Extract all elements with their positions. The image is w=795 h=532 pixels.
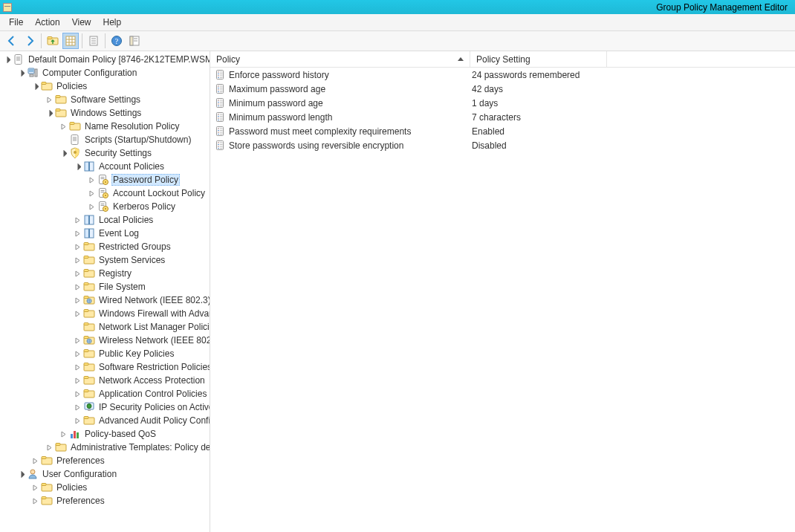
menu-view[interactable]: View <box>66 16 97 29</box>
tree-item-wireless-network[interactable]: Wireless Network (IEEE 802.11) <box>0 334 210 347</box>
expand-icon[interactable] <box>73 389 82 398</box>
tree-item-kerberos-policy[interactable]: Kerberos Policy <box>0 200 210 213</box>
folder-icon <box>83 267 95 279</box>
menu-action[interactable]: Action <box>29 16 65 29</box>
collapse-icon[interactable] <box>30 82 39 91</box>
list-row[interactable]: Store passwords using reversible encrypt… <box>210 138 795 152</box>
toolbar-separator <box>82 33 82 48</box>
expand-icon[interactable] <box>73 403 82 412</box>
collapse-icon[interactable] <box>73 162 82 171</box>
tree-item-local-policies[interactable]: Local Policies <box>0 213 210 227</box>
expand-icon[interactable] <box>30 456 39 465</box>
tree-item-label: IP Security Policies on Active D <box>97 402 210 412</box>
properties-button[interactable] <box>85 33 102 49</box>
scroll-gear-icon <box>97 201 109 213</box>
tree-item-windows-settings[interactable]: Windows Settings <box>0 106 210 120</box>
column-blank[interactable] <box>607 51 795 67</box>
expand-icon[interactable] <box>73 296 82 305</box>
tree-item-cc-policies[interactable]: Policies <box>0 80 210 93</box>
tree-item-uc-preferences[interactable]: Preferences <box>0 494 210 507</box>
tree-item-system-services[interactable]: System Services <box>0 253 210 267</box>
help-button[interactable] <box>108 33 125 49</box>
tree-item-cc-preferences[interactable]: Preferences <box>0 454 210 467</box>
tree-item-label: Policy-based QoS <box>83 429 158 439</box>
expand-icon[interactable] <box>87 189 96 198</box>
tree-item-account-policies[interactable]: Account Policies <box>0 160 210 173</box>
tree-item-security-settings[interactable]: Security Settings <box>0 146 210 160</box>
tree-item-public-key-policies[interactable]: Public Key Policies <box>0 347 210 360</box>
folder-icon <box>83 241 95 253</box>
tree-item-network-list-manager[interactable]: Network List Manager Policies <box>0 320 210 334</box>
forward-button[interactable] <box>22 33 38 49</box>
expand-icon[interactable] <box>45 95 53 104</box>
tree-item-registry[interactable]: Registry <box>0 267 210 280</box>
tree-item-uc-policies[interactable]: Policies <box>0 481 210 494</box>
tree-item-administrative-templates[interactable]: Administrative Templates: Policy defin <box>0 441 210 454</box>
collapse-icon[interactable] <box>2 55 11 64</box>
expand-icon[interactable] <box>73 229 82 238</box>
column-setting-label: Policy Setting <box>476 54 530 65</box>
expand-icon[interactable] <box>73 336 82 345</box>
tree-item-label: Preferences <box>55 496 106 506</box>
column-setting[interactable]: Policy Setting <box>470 51 607 67</box>
show-tree-button[interactable] <box>62 33 79 49</box>
system-menu-icon[interactable] <box>3 3 12 12</box>
expand-icon[interactable] <box>73 363 82 372</box>
tree-item-password-policy[interactable]: Password Policy <box>0 173 210 186</box>
tree-item-file-system[interactable]: File System <box>0 280 210 293</box>
show-description-button[interactable] <box>126 33 143 49</box>
list-row[interactable]: Maximum password age42 days <box>210 82 795 96</box>
tree-item-name-resolution-policy[interactable]: Name Resolution Policy <box>0 120 210 133</box>
collapse-icon[interactable] <box>16 470 25 479</box>
tree-item-software-restriction-policies[interactable]: Software Restriction Policies <box>0 360 210 374</box>
expand-icon[interactable] <box>87 202 96 211</box>
collapse-icon[interactable] <box>59 149 68 158</box>
tree-item-event-log[interactable]: Event Log <box>0 227 210 240</box>
tree-item-ip-security-policies[interactable]: IP Security Policies on Active D <box>0 400 210 414</box>
expand-icon[interactable] <box>59 429 68 438</box>
tree-item-restricted-groups[interactable]: Restricted Groups <box>0 240 210 253</box>
expand-icon[interactable] <box>30 496 39 505</box>
expand-icon[interactable] <box>30 483 39 492</box>
list-row[interactable]: Minimum password age1 days <box>210 96 795 110</box>
tree-item-account-lockout-policy[interactable]: Account Lockout Policy <box>0 186 210 200</box>
column-policy[interactable]: Policy <box>210 51 470 67</box>
expand-icon[interactable] <box>73 309 82 318</box>
tree-item-root[interactable]: Default Domain Policy [8746-2K12TEMP.WSM… <box>0 53 210 66</box>
expand-icon[interactable] <box>73 256 82 265</box>
expand-icon[interactable] <box>59 122 68 131</box>
policy-setting: Disabled <box>472 140 507 151</box>
tree-item-application-control-policies[interactable]: Application Control Policies <box>0 387 210 400</box>
collapse-icon[interactable] <box>16 68 25 77</box>
collapse-icon[interactable] <box>45 108 53 117</box>
expand-icon[interactable] <box>87 175 96 184</box>
expand-icon[interactable] <box>73 416 82 425</box>
list-pane[interactable]: Policy Policy Setting Enforce password h… <box>210 51 795 532</box>
tree-pane[interactable]: Default Domain Policy [8746-2K12TEMP.WSM… <box>0 51 210 532</box>
ipsec-icon <box>83 401 95 413</box>
tree-item-wired-network[interactable]: Wired Network (IEEE 802.3) Pol <box>0 293 210 307</box>
tree-item-network-access-protection[interactable]: Network Access Protection <box>0 374 210 387</box>
tree-item-scripts[interactable]: Scripts (Startup/Shutdown) <box>0 133 210 146</box>
back-button[interactable] <box>4 33 20 49</box>
tree-item-computer-configuration[interactable]: Computer Configuration <box>0 66 210 80</box>
tree-item-user-configuration[interactable]: User Configuration <box>0 467 210 481</box>
list-row[interactable]: Enforce password history24 passwords rem… <box>210 68 795 82</box>
tree-item-software-settings[interactable]: Software Settings <box>0 93 210 106</box>
expand-icon[interactable] <box>73 282 82 291</box>
tree-item-windows-firewall[interactable]: Windows Firewall with Advanc <box>0 307 210 320</box>
menu-help[interactable]: Help <box>97 16 128 29</box>
tree-item-advanced-audit-policy[interactable]: Advanced Audit Policy Config <box>0 414 210 427</box>
tree-item-policy-based-qos[interactable]: Policy-based QoS <box>0 427 210 441</box>
expand-icon[interactable] <box>45 443 53 452</box>
expand-icon[interactable] <box>73 349 82 358</box>
expand-icon[interactable] <box>73 215 82 224</box>
expand-icon[interactable] <box>73 376 82 385</box>
tree-item-label: Windows Settings <box>69 108 143 118</box>
menu-file[interactable]: File <box>3 16 29 29</box>
up-button[interactable] <box>45 33 61 49</box>
list-row[interactable]: Minimum password length7 characters <box>210 110 795 124</box>
expand-icon[interactable] <box>73 242 82 251</box>
expand-icon[interactable] <box>73 269 82 278</box>
list-row[interactable]: Password must meet complexity requiremen… <box>210 124 795 138</box>
